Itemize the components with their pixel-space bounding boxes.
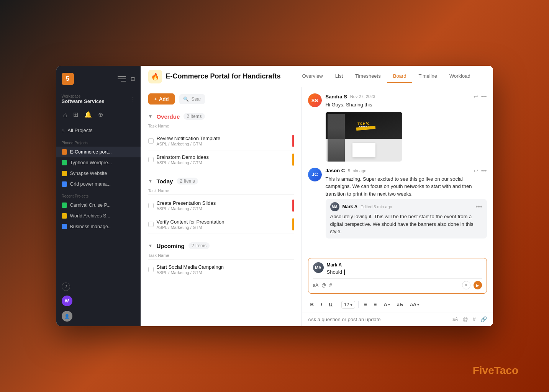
upcoming-count: 2 Items — [188, 242, 210, 249]
send-typing-button[interactable]: ▶ — [474, 281, 482, 289]
task-checkbox[interactable] — [148, 138, 154, 144]
font-size-chevron: ▾ — [350, 302, 352, 307]
search-icon: 🔍 — [183, 96, 189, 102]
sidebar-item-ecommerce-label: E-Commerce port... — [70, 149, 112, 155]
help-item[interactable]: ? — [62, 283, 135, 291]
ask-tool-link[interactable]: 🔗 — [480, 316, 487, 322]
task-row[interactable]: Brainstorm Demo Ideas ASPL / Marketing /… — [148, 150, 294, 169]
today-col-taskname: Task Name — [148, 188, 169, 193]
sidebar-collapse-icon[interactable]: ⊟ — [131, 76, 135, 82]
task-row[interactable]: Review Notification Template ASPL / Mark… — [148, 132, 294, 150]
task-checkbox[interactable] — [148, 203, 154, 208]
today-col-header: Task Name — [148, 187, 294, 195]
typing-input[interactable]: Should — [327, 268, 482, 275]
task-checkbox[interactable] — [148, 157, 154, 162]
sidebar-item-synapse[interactable]: Synapse Website — [56, 168, 141, 179]
sidebar-item-ecommerce[interactable]: E-Commerce port... — [56, 147, 141, 157]
today-chevron: ▼ — [148, 178, 153, 184]
menu-line — [118, 76, 126, 77]
add-search-row: + Add 🔍 Sear — [148, 93, 294, 105]
plus-circle-icon[interactable]: ⊕ — [97, 109, 105, 121]
menu-toggle[interactable] — [118, 76, 126, 82]
underline-button[interactable]: U — [327, 300, 335, 309]
task-checkbox[interactable] — [148, 222, 154, 227]
tab-timesheets[interactable]: Timesheets — [349, 70, 387, 83]
workspace-options-icon[interactable]: ⋮ — [131, 96, 135, 102]
text-size-chevron: ▾ — [417, 303, 419, 307]
italic-button[interactable]: I — [318, 300, 324, 309]
ask-tool-hash[interactable]: # — [473, 316, 476, 322]
ask-tool-at[interactable]: @ — [462, 316, 468, 322]
sidebar-item-carnival[interactable]: Carnival Cruise P... — [56, 200, 141, 211]
sidebar-item-world[interactable]: World Archives S... — [56, 211, 141, 221]
overdue-header[interactable]: ▼ Overdue 2 Items — [148, 111, 294, 122]
sidebar-item-typhoon-label: Typhoon Wordpre... — [70, 160, 112, 165]
task-row[interactable]: Start Social Media Campaingn ASPL / Mark… — [148, 261, 294, 278]
user-avatar-item[interactable]: 👤 — [62, 311, 135, 322]
cancel-typing-button[interactable]: × — [462, 281, 470, 289]
task-name: Brainstorm Demo Ideas — [157, 154, 289, 160]
all-projects-home-icon: ⌂ — [62, 127, 65, 133]
sidebar-item-business[interactable]: Business manage.. — [56, 221, 141, 232]
task-row[interactable]: Create Presentation Slides ASPL / Market… — [148, 196, 294, 215]
ask-tool-aa[interactable]: aA — [452, 317, 458, 322]
align-center-button[interactable]: ≡ — [362, 300, 369, 309]
add-button[interactable]: + Add — [148, 93, 175, 105]
upcoming-section: ▼ Upcoming 2 Items Task Name Start Socia… — [148, 240, 294, 278]
home-icon[interactable]: ⌂ — [62, 109, 69, 121]
msg-author-jason: Jason C — [326, 168, 345, 173]
msg-content: Sandra S Nov 27, 2023 ↩ ••• Hi Guys, Sha… — [326, 93, 487, 162]
task-info: Verify Content for Presentation ASPL / M… — [157, 219, 289, 230]
img-mockup: TCH/C ONF'18 — [326, 112, 402, 162]
task-meta: ASPL / Marketing / GTM — [157, 270, 294, 275]
msg-image: TCH/C ONF'18 — [326, 112, 402, 162]
more-icon[interactable]: ••• — [481, 93, 487, 100]
text-size-button[interactable]: aA ▾ — [408, 300, 421, 309]
reply-author: Mark A — [343, 204, 358, 209]
tab-workload[interactable]: Workload — [443, 70, 477, 83]
task-checkbox[interactable] — [148, 267, 154, 272]
ask-input[interactable] — [308, 317, 452, 322]
upcoming-header[interactable]: ▼ Upcoming 2 Items — [148, 240, 294, 252]
bold-button[interactable]: B — [308, 300, 316, 309]
typing-tool-at[interactable]: @ — [321, 283, 326, 288]
more-icon2[interactable]: ••• — [481, 168, 487, 174]
tab-overview[interactable]: Overview — [296, 70, 329, 83]
msg-time-jason: 5 min ago — [348, 168, 366, 173]
sidebar-item-typhoon[interactable]: Typhoon Wordpre... — [56, 157, 141, 168]
chat-panel: SS Sandra S Nov 27, 2023 ↩ ••• — [302, 87, 493, 326]
strikethrough-button[interactable]: aЬ — [395, 300, 406, 309]
upcoming-col-header: Task Name — [148, 252, 294, 260]
all-projects-item[interactable]: ⌂ All Projects — [56, 124, 141, 136]
task-meta: ASPL / Marketing / GTM — [157, 206, 289, 211]
font-size-value: 12 — [344, 302, 349, 307]
reply-more-icon[interactable]: ••• — [476, 203, 482, 210]
search-bar[interactable]: 🔍 Sear — [179, 94, 205, 104]
typing-content: Mark A Should — [327, 262, 482, 275]
sidebar-item-grid-label: Grid power mana... — [70, 181, 111, 187]
typing-tool-hash[interactable]: # — [329, 283, 332, 288]
sidebar-item-grid[interactable]: Grid power mana... — [56, 179, 141, 189]
user-w-item[interactable]: W — [62, 296, 135, 306]
inbox-icon[interactable]: ⊞ — [72, 109, 80, 121]
task-meta: ASPL / Marketing / GTM — [157, 225, 289, 230]
today-title: Today — [156, 178, 173, 185]
bell-icon[interactable]: 🔔 — [83, 109, 93, 121]
task-name: Verify Content for Presentation — [157, 219, 289, 225]
nav-dot-green2 — [62, 203, 67, 208]
task-row[interactable]: Verify Content for Presentation ASPL / M… — [148, 215, 294, 234]
align-right-button[interactable]: ≡ — [372, 300, 379, 309]
reply-icon[interactable]: ↩ — [474, 93, 478, 100]
tab-board[interactable]: Board — [387, 70, 413, 83]
tab-list[interactable]: List — [329, 70, 349, 83]
logo-icon[interactable]: 5 — [62, 73, 74, 85]
font-size-selector[interactable]: 12 ▾ — [341, 301, 355, 309]
typing-area[interactable]: MA Mark A Should aA @ # — [308, 258, 487, 294]
today-header[interactable]: ▼ Today 2 Items — [148, 175, 294, 187]
branding-highlight: Five — [473, 364, 494, 376]
tab-timeline[interactable]: Timeline — [412, 70, 443, 83]
user-avatar: 👤 — [62, 311, 72, 322]
font-color-button[interactable]: A ▾ — [381, 300, 392, 309]
typing-tool-aa[interactable]: aA — [313, 283, 319, 288]
reply-icon2[interactable]: ↩ — [474, 168, 478, 174]
